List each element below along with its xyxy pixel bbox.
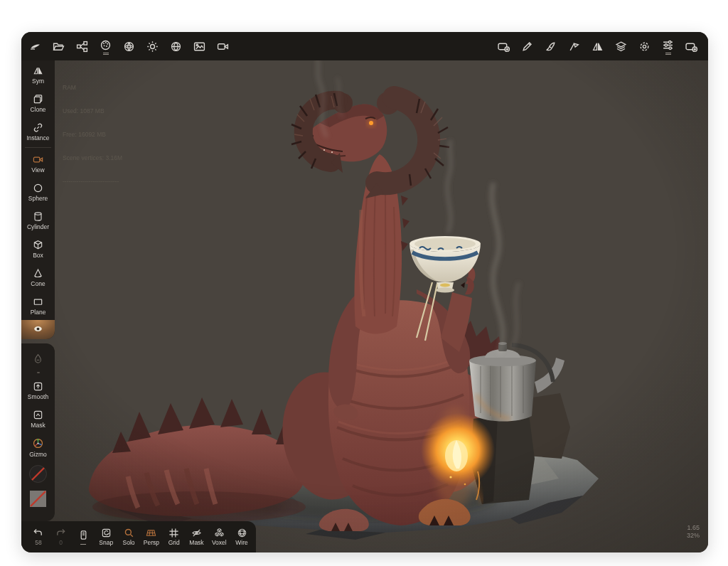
mask-visibility-toggle[interactable]: Mask — [186, 528, 208, 546]
alpha-none-swatch[interactable] — [28, 464, 48, 484]
sidebar-tools-panel: Sym Clone Instance View Sphere Cylinder … — [21, 60, 55, 339]
sidebar-item-label: Plane — [31, 309, 46, 316]
sidebar-brush-panel: Smooth Mask Gizmo — [21, 343, 55, 521]
sidebar-item-plane[interactable]: Plane — [21, 292, 55, 320]
device-panel-icon — [78, 530, 89, 540]
cube-icon — [33, 240, 43, 250]
grid-toggle[interactable]: Grid — [163, 528, 186, 546]
sidebar-item-label: Gizmo — [29, 452, 47, 458]
sidebar-item-sym[interactable]: Sym — [21, 60, 55, 89]
undo-button[interactable]: 58 — [27, 528, 50, 546]
files-folder-icon[interactable] — [52, 38, 65, 55]
sidebar-item-clone[interactable]: Clone — [21, 89, 55, 117]
top-toolbar — [21, 32, 708, 60]
settings-gear-icon[interactable] — [638, 38, 651, 55]
voxel-toggle[interactable]: Voxel — [208, 528, 230, 546]
paintbrush-icon[interactable] — [544, 38, 557, 55]
snap-toggle[interactable]: Snap — [95, 528, 117, 546]
sidebar-item-cylinder[interactable]: Cylinder — [21, 206, 55, 235]
sidebar-item-label: Cone — [31, 281, 45, 287]
redo-button[interactable]: 0 — [50, 528, 73, 546]
view-camera-icon — [33, 154, 43, 165]
bottom-toolbar: 58 0 Snap Solo Persp Grid Mask — [21, 521, 256, 552]
sidebar-item-mask[interactable]: Mask — [21, 405, 55, 433]
viewport-3d[interactable]: RAM Used: 1087 MB Free: 16092 MB Scene v… — [21, 32, 708, 552]
sidebar-item-smooth[interactable]: Smooth — [21, 376, 55, 405]
add-tool-card-icon[interactable] — [497, 38, 510, 55]
ram-free: Free: 16092 MB — [63, 131, 122, 139]
layers-stack-icon[interactable] — [614, 38, 628, 55]
scene-vertices: Scene vertices: 3.16M — [63, 154, 122, 162]
wire-toggle[interactable]: Wire — [230, 528, 253, 546]
top-toolbar-left — [28, 38, 230, 55]
app-window: RAM Used: 1087 MB Free: 16092 MB Scene v… — [21, 32, 708, 552]
sliders-menu-mark — [665, 53, 671, 53]
mask-caret-box-icon — [33, 410, 43, 420]
mask-label: Mask — [189, 540, 203, 546]
sidebar-divider — [25, 147, 51, 148]
smooth-arrow-box-icon — [33, 381, 43, 392]
undo-count: 58 — [35, 540, 41, 546]
sidebar-item-gizmo[interactable]: Gizmo — [21, 433, 55, 461]
view-zoom-percent: 32% — [687, 532, 700, 540]
add-panel-card-icon[interactable] — [685, 38, 698, 55]
redo-arrow-icon — [55, 528, 66, 538]
eye-slash-icon — [191, 528, 202, 538]
sidebar-item-label: Instance — [26, 135, 49, 142]
chain-link-icon — [33, 122, 43, 133]
snap-label: Snap — [99, 540, 113, 546]
sidebar-item-cone[interactable]: Cone — [21, 263, 55, 292]
sphere-icon — [33, 183, 43, 193]
material-menu-mark — [103, 53, 109, 53]
gizmo-axes-icon — [32, 437, 44, 449]
view-status: 1.65 32% — [687, 524, 700, 540]
sidebar-item-drop[interactable] — [21, 348, 55, 369]
scroll-indicator — [37, 372, 40, 373]
ram-title: RAM — [63, 84, 122, 92]
sidebar-item-label: View — [31, 167, 44, 173]
image-icon[interactable] — [193, 38, 206, 55]
material-sphere-icon[interactable] — [99, 38, 112, 55]
top-toolbar-right — [497, 38, 698, 55]
sidebar-item-label: Box — [33, 252, 43, 259]
persp-frustum-icon — [146, 528, 156, 538]
symmetry-mirror-icon[interactable] — [591, 38, 604, 55]
falloff-none-swatch[interactable] — [28, 489, 48, 508]
wire-label: Wire — [235, 540, 247, 546]
persp-toggle[interactable]: Persp — [140, 528, 163, 546]
sidebar-item-label: Sphere — [28, 196, 48, 202]
ram-used: Used: 1087 MB — [63, 107, 122, 115]
pencil-icon[interactable] — [520, 38, 534, 55]
app-logo-icon[interactable] — [28, 38, 42, 55]
solo-magnifier-icon — [124, 528, 134, 538]
sidebar-item-sphere[interactable]: Sphere — [21, 178, 55, 206]
interface-menu-mark — [80, 544, 86, 545]
scene-graph-icon[interactable] — [75, 38, 89, 55]
hud-separator: ---------------------------- — [63, 178, 122, 186]
symmetry-triangle-icon — [33, 65, 43, 76]
sidebar-item-label: Sym — [32, 78, 44, 85]
sidebar-item-box[interactable]: Box — [21, 235, 55, 263]
plane-icon — [33, 297, 43, 307]
smudge-flag-icon[interactable] — [567, 38, 581, 55]
undo-arrow-icon — [33, 528, 43, 538]
camera-icon[interactable] — [216, 38, 230, 55]
grid-icon — [168, 528, 179, 538]
cylinder-icon — [33, 211, 43, 222]
lighting-sun-icon[interactable] — [146, 38, 159, 55]
sidebar-item-view[interactable]: View — [21, 149, 55, 178]
wireframe-sphere-icon — [237, 528, 247, 538]
view-scale: 1.65 — [687, 524, 700, 532]
solo-toggle[interactable]: Solo — [117, 528, 140, 546]
environment-sphere-icon[interactable] — [169, 38, 183, 55]
sidebar-item-instance[interactable]: Instance — [21, 117, 55, 146]
clone-squares-icon — [33, 94, 43, 105]
solo-label: Solo — [123, 540, 135, 546]
persp-label: Persp — [144, 540, 159, 546]
ram-stats-overlay: RAM Used: 1087 MB Free: 16092 MB Scene v… — [63, 68, 122, 201]
topology-sphere-icon[interactable] — [122, 38, 136, 55]
interface-panel-button[interactable] — [73, 530, 95, 545]
sidebar-item-selected-partial[interactable] — [21, 320, 55, 339]
sidebar-item-label: Mask — [31, 422, 45, 429]
sliders-icon[interactable] — [661, 38, 675, 55]
